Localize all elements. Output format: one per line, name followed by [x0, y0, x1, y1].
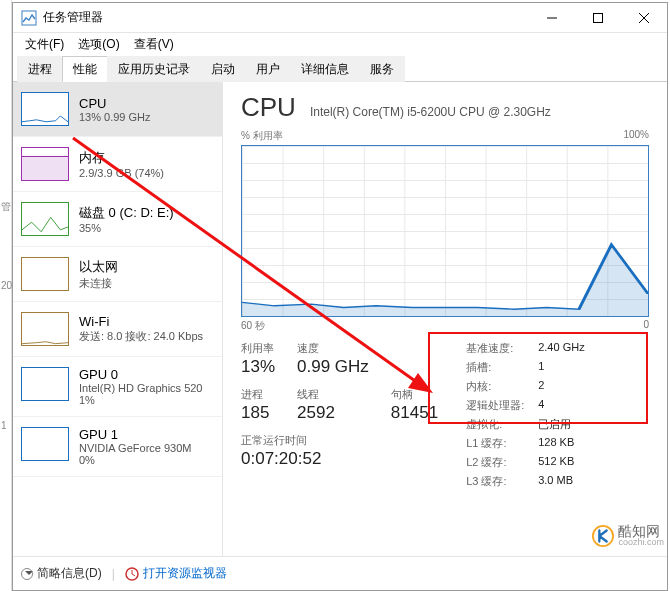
tab-performance[interactable]: 性能 — [62, 56, 108, 82]
tab-processes[interactable]: 进程 — [17, 56, 63, 82]
stat-l3: 3.0 MB — [538, 474, 584, 489]
tab-details[interactable]: 详细信息 — [290, 56, 360, 82]
svg-line-10 — [132, 574, 135, 576]
content: CPU13% 0.99 GHz 内存2.9/3.9 GB (74%) 磁盘 0 … — [13, 82, 667, 556]
maximize-button[interactable] — [575, 3, 621, 33]
sidebar-item-cpu[interactable]: CPU13% 0.99 GHz — [13, 82, 222, 137]
main-panel: CPU Intel(R) Core(TM) i5-6200U CPU @ 2.3… — [223, 82, 667, 556]
tab-startup[interactable]: 启动 — [200, 56, 246, 82]
chart-label-60s: 60 秒 — [241, 319, 265, 333]
gpu1-thumb-icon — [21, 427, 69, 461]
chart-area: % 利用率 100% 60 秒 0 — [241, 129, 649, 333]
chart-label-100: 100% — [623, 129, 649, 143]
sidebar: CPU13% 0.99 GHz 内存2.9/3.9 GB (74%) 磁盘 0 … — [13, 82, 223, 556]
stat-handles: 81451 — [391, 403, 438, 423]
main-title: CPU — [241, 92, 296, 123]
stat-speed: 0.99 GHz — [297, 357, 369, 377]
stat-cores: 2 — [538, 379, 584, 394]
stat-virtualization: 已启用 — [538, 417, 584, 432]
footer: 简略信息(D) | 打开资源监视器 — [13, 556, 667, 590]
stat-uptime: 0:07:20:52 — [241, 449, 438, 469]
chart-label-util: % 利用率 — [241, 129, 283, 143]
minimize-button[interactable] — [529, 3, 575, 33]
sidebar-item-gpu1[interactable]: GPU 1NVIDIA GeForce 930M0% — [13, 417, 222, 477]
cropped-window-edge: 管 20 1 — [0, 0, 12, 591]
stats-area: 利用率13% 速度0.99 GHz 进程185 线程2592 句柄81451 正… — [241, 341, 649, 489]
disk-thumb-icon — [21, 202, 69, 236]
watermark: 酷知网 coozhi.com — [592, 524, 664, 547]
tabs: 进程 性能 应用历史记录 启动 用户 详细信息 服务 — [13, 55, 667, 82]
resmon-icon — [125, 567, 139, 581]
main-subtitle: Intel(R) Core(TM) i5-6200U CPU @ 2.30GHz — [310, 105, 551, 119]
separator: | — [112, 567, 115, 581]
sidebar-item-wifi[interactable]: Wi-Fi发送: 8.0 接收: 24.0 Kbps — [13, 302, 222, 357]
watermark-logo-icon — [592, 525, 614, 547]
sidebar-item-disk[interactable]: 磁盘 0 (C: D: E:)35% — [13, 192, 222, 247]
menu-view[interactable]: 查看(V) — [128, 34, 180, 55]
svg-marker-5 — [242, 245, 648, 316]
tab-app-history[interactable]: 应用历史记录 — [107, 56, 201, 82]
stat-l2: 512 KB — [538, 455, 584, 470]
svg-point-11 — [593, 525, 613, 545]
task-manager-window: 任务管理器 文件(F) 选项(O) 查看(V) 进程 性能 应用历史记录 启动 … — [12, 2, 668, 591]
app-icon — [21, 10, 37, 26]
memory-thumb-icon — [21, 147, 69, 181]
cpu-thumb-icon — [21, 92, 69, 126]
stat-base-speed: 2.40 GHz — [538, 341, 584, 356]
window-controls — [529, 3, 667, 33]
tab-services[interactable]: 服务 — [359, 56, 405, 82]
chevron-down-icon — [21, 568, 33, 580]
wifi-thumb-icon — [21, 312, 69, 346]
sidebar-item-memory[interactable]: 内存2.9/3.9 GB (74%) — [13, 137, 222, 192]
open-resmon-button[interactable]: 打开资源监视器 — [125, 565, 227, 582]
stats-right: 基准速度:2.40 GHz 插槽:1 内核:2 逻辑处理器:4 虚拟化:已启用 … — [466, 341, 585, 489]
svg-rect-2 — [594, 13, 603, 22]
stat-logical: 4 — [538, 398, 584, 413]
titlebar: 任务管理器 — [13, 3, 667, 33]
stat-utilization: 13% — [241, 357, 275, 377]
sidebar-item-ethernet[interactable]: 以太网未连接 — [13, 247, 222, 302]
close-button[interactable] — [621, 3, 667, 33]
fewer-details-button[interactable]: 简略信息(D) — [21, 565, 102, 582]
stat-l1: 128 KB — [538, 436, 584, 451]
menu-file[interactable]: 文件(F) — [19, 34, 70, 55]
sidebar-item-gpu0[interactable]: GPU 0Intel(R) HD Graphics 5201% — [13, 357, 222, 417]
stat-processes: 185 — [241, 403, 275, 423]
window-title: 任务管理器 — [43, 9, 529, 26]
tab-users[interactable]: 用户 — [245, 56, 291, 82]
menu-options[interactable]: 选项(O) — [72, 34, 125, 55]
cpu-chart — [241, 145, 649, 317]
stat-threads: 2592 — [297, 403, 369, 423]
ethernet-thumb-icon — [21, 257, 69, 291]
menubar: 文件(F) 选项(O) 查看(V) — [13, 33, 667, 55]
chart-label-0: 0 — [643, 319, 649, 333]
stats-left: 利用率13% 速度0.99 GHz 进程185 线程2592 句柄81451 正… — [241, 341, 438, 489]
gpu0-thumb-icon — [21, 367, 69, 401]
stat-sockets: 1 — [538, 360, 584, 375]
